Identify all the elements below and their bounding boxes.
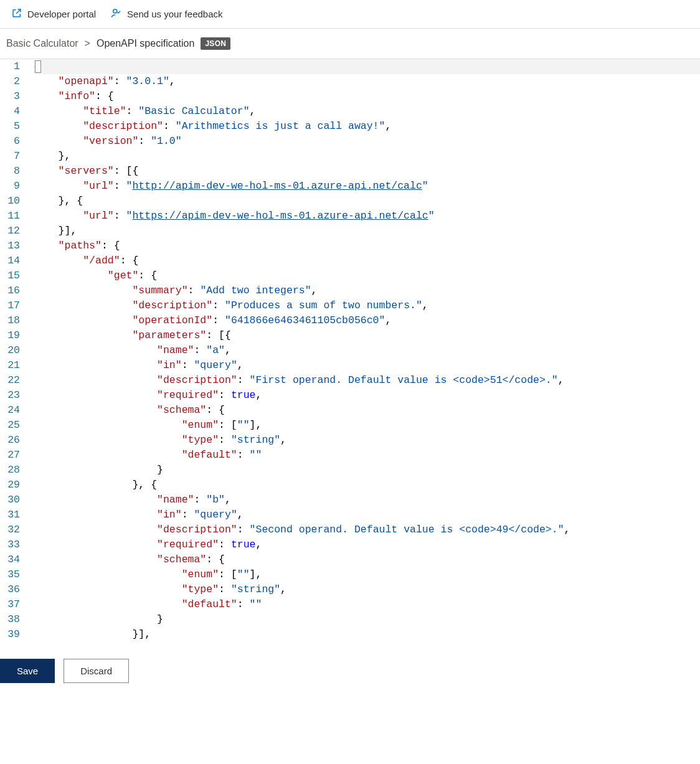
code-line[interactable]: "servers": [{	[34, 164, 700, 179]
line-number: 24	[4, 403, 20, 418]
external-link-icon	[11, 7, 22, 21]
code-line[interactable]: "enum": [""],	[34, 418, 700, 433]
line-number: 28	[4, 463, 20, 478]
code-line[interactable]: "description": "Arithmetics is just a ca…	[34, 119, 700, 134]
code-line[interactable]: "schema": {	[34, 552, 700, 567]
code-line[interactable]: "url": "http://apim-dev-we-hol-ms-01.azu…	[34, 179, 700, 194]
code-line[interactable]: "default": ""	[34, 597, 700, 612]
line-number: 1	[4, 59, 20, 74]
code-line[interactable]: "/add": {	[34, 253, 700, 268]
code-line[interactable]: "required": true,	[34, 388, 700, 403]
line-number: 2	[4, 74, 20, 89]
code-line[interactable]: "operationId": "641866e6463461105cb056c0…	[34, 313, 700, 328]
code-line[interactable]: "description": "Second operand. Default …	[34, 522, 700, 537]
line-number: 23	[4, 388, 20, 403]
line-number: 26	[4, 433, 20, 448]
line-number: 17	[4, 298, 20, 313]
line-number: 10	[4, 194, 20, 209]
line-number: 12	[4, 224, 20, 238]
code-line[interactable]: "version": "1.0"	[34, 134, 700, 149]
line-number: 30	[4, 493, 20, 507]
line-number: 27	[4, 448, 20, 463]
code-line[interactable]: "in": "query",	[34, 358, 700, 373]
line-number: 11	[4, 209, 20, 224]
line-number: 13	[4, 238, 20, 253]
code-line[interactable]: "required": true,	[34, 537, 700, 552]
breadcrumb-current: OpenAPI specification	[97, 38, 194, 49]
line-number: 14	[4, 253, 20, 268]
code-line[interactable]: }	[34, 612, 700, 627]
line-number: 31	[4, 507, 20, 522]
breadcrumb-root[interactable]: Basic Calculator	[6, 38, 78, 49]
code-content[interactable]: { "openapi": "3.0.1", "info": { "title":…	[26, 59, 700, 650]
code-editor[interactable]: 1234567891011121314151617181920212223242…	[0, 59, 700, 650]
line-number: 4	[4, 104, 20, 119]
line-number: 29	[4, 478, 20, 493]
code-line[interactable]: "default": ""	[34, 448, 700, 463]
code-line[interactable]: "description": "Produces a sum of two nu…	[34, 298, 700, 313]
top-toolbar: Developer portal Send us your feedback	[0, 0, 700, 29]
line-number: 5	[4, 119, 20, 134]
code-line[interactable]: "url": "https://apim-dev-we-hol-ms-01.az…	[34, 209, 700, 224]
code-line[interactable]: "type": "string",	[34, 433, 700, 448]
code-line[interactable]: "summary": "Add two integers",	[34, 283, 700, 298]
line-number: 32	[4, 522, 20, 537]
code-line[interactable]: "name": "b",	[34, 493, 700, 507]
breadcrumb-separator: >	[85, 38, 90, 49]
code-line[interactable]: }	[34, 463, 700, 478]
code-line[interactable]: }],	[34, 224, 700, 238]
code-line[interactable]: "openapi": "3.0.1",	[34, 74, 700, 89]
footer-actions: Save Discard	[0, 650, 700, 692]
line-number: 16	[4, 283, 20, 298]
code-line[interactable]: "parameters": [{	[34, 328, 700, 343]
code-line[interactable]: "name": "a",	[34, 343, 700, 358]
feedback-icon	[111, 7, 122, 21]
code-line[interactable]: }, {	[34, 194, 700, 209]
save-button[interactable]: Save	[0, 659, 55, 683]
line-number: 15	[4, 268, 20, 283]
developer-portal-link[interactable]: Developer portal	[11, 7, 96, 21]
line-number: 34	[4, 552, 20, 567]
code-line[interactable]: "schema": {	[34, 403, 700, 418]
code-line[interactable]: }, {	[34, 478, 700, 493]
code-line[interactable]: {	[34, 59, 700, 74]
breadcrumb: Basic Calculator > OpenAPI specification…	[0, 29, 700, 59]
line-number: 19	[4, 328, 20, 343]
feedback-label: Send us your feedback	[127, 9, 222, 19]
code-line[interactable]: }],	[34, 627, 700, 642]
line-number: 21	[4, 358, 20, 373]
line-number: 37	[4, 597, 20, 612]
code-line[interactable]: "enum": [""],	[34, 567, 700, 582]
developer-portal-label: Developer portal	[27, 9, 96, 19]
line-number: 22	[4, 373, 20, 388]
line-number: 8	[4, 164, 20, 179]
code-line[interactable]: "get": {	[34, 268, 700, 283]
format-badge: JSON	[201, 37, 230, 50]
code-line[interactable]: },	[34, 149, 700, 164]
line-number: 39	[4, 627, 20, 642]
feedback-link[interactable]: Send us your feedback	[111, 7, 222, 21]
line-number: 7	[4, 149, 20, 164]
line-number: 36	[4, 582, 20, 597]
line-number: 25	[4, 418, 20, 433]
discard-button[interactable]: Discard	[64, 659, 129, 683]
line-number-gutter: 1234567891011121314151617181920212223242…	[0, 59, 26, 650]
code-line[interactable]: "title": "Basic Calculator",	[34, 104, 700, 119]
code-line[interactable]: "info": {	[34, 89, 700, 104]
line-number: 6	[4, 134, 20, 149]
code-line[interactable]: "type": "string",	[34, 582, 700, 597]
line-number: 3	[4, 89, 20, 104]
line-number: 18	[4, 313, 20, 328]
line-number: 20	[4, 343, 20, 358]
line-number: 33	[4, 537, 20, 552]
svg-point-0	[113, 9, 117, 13]
line-number: 35	[4, 567, 20, 582]
code-line[interactable]: "in": "query",	[34, 507, 700, 522]
line-number: 38	[4, 612, 20, 627]
code-line[interactable]: "description": "First operand. Default v…	[34, 373, 700, 388]
line-number: 9	[4, 179, 20, 194]
code-line[interactable]: "paths": {	[34, 238, 700, 253]
